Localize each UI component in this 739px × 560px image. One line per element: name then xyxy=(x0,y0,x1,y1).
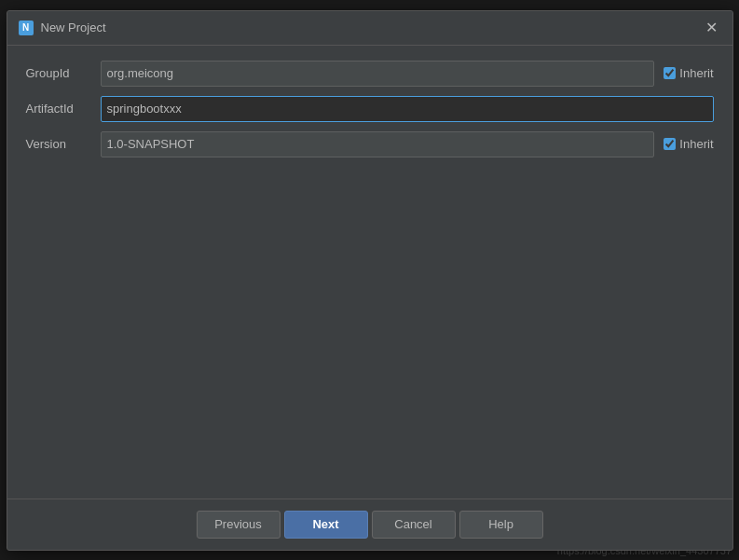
artifactid-row: ArtifactId xyxy=(26,96,714,122)
dialog-title: New Project xyxy=(41,20,106,34)
version-inherit-checkbox[interactable] xyxy=(664,138,676,150)
groupid-inherit-label: Inherit xyxy=(679,66,713,80)
dialog-overlay: N New Project ✕ GroupId Inherit Artif xyxy=(0,0,739,560)
dialog-content: GroupId Inherit ArtifactId Version Inher… xyxy=(7,46,732,182)
dialog-titlebar: N New Project ✕ xyxy=(7,11,732,46)
next-button[interactable]: Next xyxy=(284,511,368,539)
new-project-dialog: N New Project ✕ GroupId Inherit Artif xyxy=(7,10,733,551)
version-row: Version Inherit xyxy=(26,131,714,157)
version-inherit-label: Inherit xyxy=(679,137,713,151)
groupid-row: GroupId Inherit xyxy=(26,61,714,87)
groupid-inherit-checkbox[interactable] xyxy=(664,67,676,79)
groupid-label: GroupId xyxy=(26,66,101,80)
version-label: Version xyxy=(26,137,101,151)
dialog-buttons: Previous Next Cancel Help xyxy=(7,499,732,550)
help-button[interactable]: Help xyxy=(459,511,543,539)
new-project-icon: N xyxy=(19,20,34,35)
cancel-button[interactable]: Cancel xyxy=(372,511,456,539)
artifactid-input[interactable] xyxy=(101,96,714,122)
groupid-input[interactable] xyxy=(101,61,655,87)
dialog-title-left: N New Project xyxy=(19,20,106,35)
close-button[interactable]: ✕ xyxy=(703,19,721,37)
version-inherit-section: Inherit xyxy=(664,137,713,151)
dialog-empty-area xyxy=(7,182,732,499)
artifactid-label: ArtifactId xyxy=(26,102,101,116)
version-input[interactable] xyxy=(101,131,655,157)
groupid-inherit-section: Inherit xyxy=(664,66,713,80)
previous-button[interactable]: Previous xyxy=(197,511,281,539)
